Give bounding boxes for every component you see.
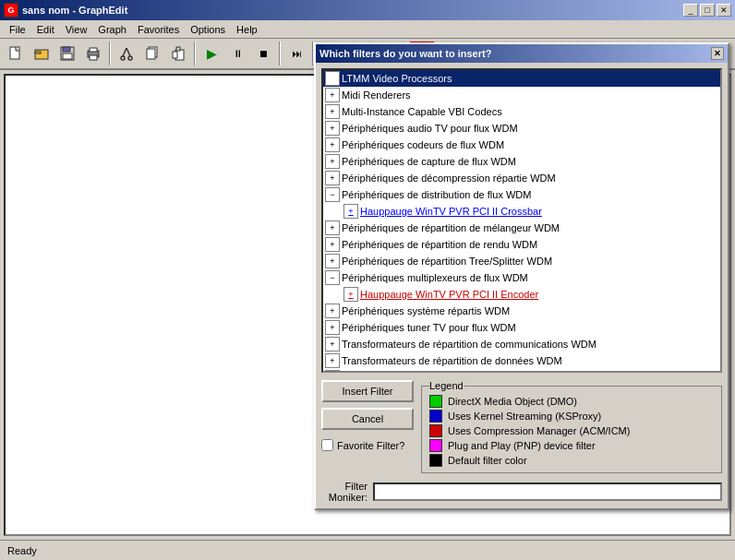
toolbar-cut[interactable]: [114, 42, 139, 66]
tree-item[interactable]: +LTMM Video Processors: [323, 70, 720, 87]
expand-icon[interactable]: +: [325, 237, 340, 252]
expand-icon[interactable]: +: [325, 353, 340, 368]
toolbar-sep-1: [109, 42, 111, 66]
expand-icon[interactable]: +: [325, 71, 340, 86]
cancel-button[interactable]: Cancel: [321, 408, 414, 430]
favorite-filter-checkbox[interactable]: [321, 439, 333, 451]
expand-icon[interactable]: +: [325, 320, 340, 335]
expand-icon[interactable]: +: [325, 88, 340, 102]
toolbar-stop[interactable]: ⏹: [251, 42, 275, 66]
tree-item[interactable]: +Transformateurs de répartition de donné…: [323, 352, 720, 369]
expand-icon[interactable]: +: [325, 337, 340, 351]
dialog-close-button[interactable]: ✕: [711, 47, 724, 60]
svg-line-11: [123, 48, 127, 56]
expand-icon[interactable]: +: [325, 370, 340, 373]
insert-filter-button[interactable]: Insert Filter: [321, 380, 414, 402]
collapse-icon[interactable]: −: [325, 187, 340, 202]
svg-rect-7: [90, 48, 97, 52]
svg-rect-17: [173, 52, 177, 58]
filter-tree[interactable]: +LTMM Video Processors+Midi Renderers+Mu…: [321, 68, 722, 373]
title-bar-left: G sans nom - GraphEdit: [4, 3, 127, 18]
expand-icon[interactable]: +: [325, 154, 340, 169]
tree-item[interactable]: +Périphériques de répartition de mélange…: [323, 220, 720, 236]
toolbar-play[interactable]: ▶: [199, 42, 223, 66]
tree-item[interactable]: +Périphériques système répartis WDM: [323, 303, 720, 319]
toolbar-copy[interactable]: [140, 42, 164, 66]
tree-item[interactable]: +Périphériques tuner TV pour flux WDM: [323, 319, 720, 336]
close-button[interactable]: ✕: [717, 4, 731, 17]
toolbar-paste[interactable]: [166, 42, 190, 66]
toolbar-pause[interactable]: ⏸: [225, 42, 249, 66]
tree-item[interactable]: +Transformateurs de répartition d'interf…: [323, 369, 720, 373]
title-controls[interactable]: _ □ ✕: [683, 4, 731, 17]
tree-item[interactable]: +Transformateurs de répartition de commu…: [323, 336, 720, 352]
menu-view[interactable]: View: [60, 22, 93, 37]
toolbar-open[interactable]: [30, 42, 54, 66]
expand-icon[interactable]: +: [325, 220, 340, 235]
legend-item: DirectX Media Object (DMO): [429, 395, 714, 408]
menu-favorites[interactable]: Favorites: [132, 22, 185, 37]
tree-item[interactable]: +Hauppauge WinTV PVR PCI II Encoder: [323, 286, 720, 303]
legend-item-label: DirectX Media Object (DMO): [448, 396, 577, 407]
menu-graph[interactable]: Graph: [92, 22, 132, 37]
tree-item[interactable]: +Hauppauge WinTV PVR PCI II Crossbar: [323, 203, 720, 220]
dialog-title-bar: Which filters do you want to insert? ✕: [316, 44, 728, 63]
tree-item-label: LTMM Video Processors: [342, 73, 452, 84]
tree-item[interactable]: +Périphériques codeurs de flux WDM: [323, 137, 720, 153]
expand-icon[interactable]: +: [343, 287, 358, 302]
toolbar-print[interactable]: [81, 42, 105, 66]
legend-color-swatch: [429, 395, 442, 408]
menu-help[interactable]: Help: [231, 22, 263, 37]
tree-item[interactable]: +Midi Renderers: [323, 87, 720, 103]
tree-item-label: Périphériques système répartis WDM: [342, 305, 510, 316]
svg-rect-14: [147, 49, 155, 59]
dialog-buttons: Insert Filter Cancel Favorite Filter?: [321, 380, 414, 473]
collapse-icon[interactable]: −: [325, 270, 340, 285]
svg-line-12: [127, 48, 130, 56]
svg-rect-4: [63, 47, 70, 52]
toolbar-new[interactable]: [4, 42, 28, 66]
expand-icon[interactable]: +: [325, 137, 340, 152]
menu-file[interactable]: File: [4, 22, 31, 37]
dialog-bottom: Insert Filter Cancel Favorite Filter? Le…: [321, 380, 722, 473]
legend-item: Uses Compression Manager (ACM/ICM): [429, 424, 714, 437]
minimize-button[interactable]: _: [683, 4, 698, 17]
tree-item-label: Transformateurs de répartition de commun…: [342, 339, 596, 350]
expand-icon[interactable]: +: [325, 171, 340, 185]
title-bar: G sans nom - GraphEdit _ □ ✕: [0, 0, 735, 20]
moniker-input[interactable]: [373, 483, 722, 501]
tree-item-label: Périphériques de décompression répartie …: [342, 173, 556, 184]
menu-edit[interactable]: Edit: [31, 22, 60, 37]
tree-item-label: Hauppauge WinTV PVR PCI II Encoder: [360, 289, 538, 300]
expand-icon[interactable]: +: [325, 104, 340, 119]
status-text: Ready: [7, 545, 37, 556]
expand-icon[interactable]: +: [343, 204, 358, 219]
legend-items: DirectX Media Object (DMO)Uses Kernel St…: [429, 395, 714, 467]
expand-icon[interactable]: +: [325, 254, 340, 268]
tree-item[interactable]: +Périphériques de répartition Tree/Split…: [323, 253, 720, 269]
expand-icon[interactable]: +: [325, 121, 340, 136]
legend-item-label: Uses Kernel Streaming (KSProxy): [448, 411, 601, 422]
dialog-body: +LTMM Video Processors+Midi Renderers+Mu…: [316, 63, 728, 508]
app-icon: G: [4, 3, 18, 18]
tree-item[interactable]: −Périphériques multiplexeurs de flux WDM: [323, 269, 720, 286]
menu-options[interactable]: Options: [185, 22, 231, 37]
expand-icon[interactable]: +: [325, 304, 340, 318]
tree-item[interactable]: +Périphériques de capture de flux WDM: [323, 153, 720, 170]
tree-item-label: Midi Renderers: [342, 89, 411, 101]
tree-item[interactable]: +Multi-Instance Capable VBI Codecs: [323, 103, 720, 120]
tree-item-label: Périphériques de capture de flux WDM: [342, 156, 516, 167]
toolbar-step[interactable]: ⏭: [284, 42, 308, 66]
tree-item[interactable]: +Périphériques audio TV pour flux WDM: [323, 120, 720, 137]
tree-item[interactable]: −Périphériques de distribution de flux W…: [323, 186, 720, 203]
window-title: sans nom - GraphEdit: [22, 5, 127, 16]
tree-item-label: Périphériques audio TV pour flux WDM: [342, 123, 518, 134]
legend-color-swatch: [429, 439, 442, 452]
maximize-button[interactable]: □: [700, 4, 715, 17]
tree-item[interactable]: +Périphériques de décompression répartie…: [323, 170, 720, 186]
tree-item-label: Hauppauge WinTV PVR PCI II Crossbar: [360, 206, 542, 217]
tree-item-label: Périphériques tuner TV pour flux WDM: [342, 322, 516, 333]
toolbar-save[interactable]: [55, 42, 79, 66]
legend-item: Default filter color: [429, 454, 714, 467]
tree-item[interactable]: +Périphériques de répartition de rendu W…: [323, 236, 720, 253]
